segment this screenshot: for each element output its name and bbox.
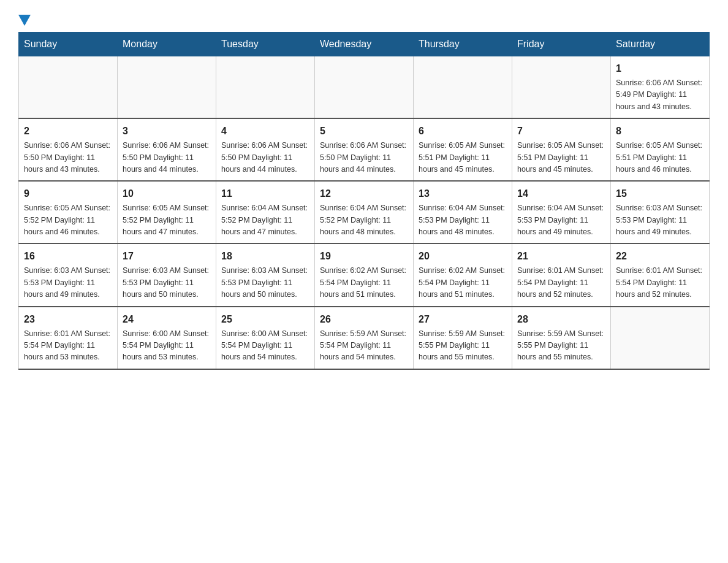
- day-number: 25: [221, 312, 309, 327]
- weekday-header-wednesday: Wednesday: [315, 33, 414, 56]
- calendar-cell: [19, 56, 118, 119]
- calendar-cell: [414, 56, 512, 119]
- day-info: Sunrise: 6:03 AM Sunset: 5:53 PM Dayligh…: [616, 202, 704, 238]
- calendar-cell: 19Sunrise: 6:02 AM Sunset: 5:54 PM Dayli…: [315, 243, 414, 306]
- calendar-week-row: 2Sunrise: 6:06 AM Sunset: 5:50 PM Daylig…: [19, 118, 710, 181]
- day-info: Sunrise: 6:01 AM Sunset: 5:54 PM Dayligh…: [24, 328, 112, 364]
- calendar-week-row: 16Sunrise: 6:03 AM Sunset: 5:53 PM Dayli…: [19, 243, 710, 306]
- day-number: 10: [123, 186, 211, 201]
- calendar-cell: 13Sunrise: 6:04 AM Sunset: 5:53 PM Dayli…: [414, 181, 512, 243]
- calendar-cell: [315, 56, 414, 119]
- calendar-cell: 27Sunrise: 5:59 AM Sunset: 5:55 PM Dayli…: [414, 307, 512, 369]
- calendar-week-row: 9Sunrise: 6:05 AM Sunset: 5:52 PM Daylig…: [19, 181, 710, 243]
- calendar-cell: 3Sunrise: 6:06 AM Sunset: 5:50 PM Daylig…: [118, 118, 216, 181]
- day-info: Sunrise: 6:04 AM Sunset: 5:53 PM Dayligh…: [517, 202, 605, 238]
- day-info: Sunrise: 6:02 AM Sunset: 5:54 PM Dayligh…: [320, 265, 408, 301]
- day-info: Sunrise: 5:59 AM Sunset: 5:55 PM Dayligh…: [419, 328, 507, 364]
- calendar-cell: 11Sunrise: 6:04 AM Sunset: 5:52 PM Dayli…: [216, 181, 315, 243]
- day-info: Sunrise: 6:06 AM Sunset: 5:50 PM Dayligh…: [24, 140, 112, 175]
- day-number: 4: [221, 124, 309, 139]
- day-number: 27: [419, 312, 507, 327]
- calendar-cell: 20Sunrise: 6:02 AM Sunset: 5:54 PM Dayli…: [414, 243, 512, 306]
- logo: [18, 12, 31, 26]
- calendar-cell: 9Sunrise: 6:05 AM Sunset: 5:52 PM Daylig…: [19, 181, 118, 243]
- calendar-cell: 5Sunrise: 6:06 AM Sunset: 5:50 PM Daylig…: [315, 118, 414, 181]
- calendar-cell: [512, 56, 611, 119]
- weekday-header-friday: Friday: [512, 33, 611, 56]
- day-number: 22: [616, 249, 704, 264]
- day-info: Sunrise: 6:03 AM Sunset: 5:53 PM Dayligh…: [123, 265, 211, 301]
- day-info: Sunrise: 6:01 AM Sunset: 5:54 PM Dayligh…: [517, 265, 605, 301]
- weekday-header-thursday: Thursday: [414, 33, 512, 56]
- calendar-cell: 23Sunrise: 6:01 AM Sunset: 5:54 PM Dayli…: [19, 307, 118, 369]
- calendar-cell: 6Sunrise: 6:05 AM Sunset: 5:51 PM Daylig…: [414, 118, 512, 181]
- weekday-header-row: SundayMondayTuesdayWednesdayThursdayFrid…: [19, 33, 710, 56]
- calendar-cell: 28Sunrise: 5:59 AM Sunset: 5:55 PM Dayli…: [512, 307, 611, 369]
- day-number: 2: [24, 124, 112, 139]
- weekday-header-sunday: Sunday: [19, 33, 118, 56]
- calendar-cell: 24Sunrise: 6:00 AM Sunset: 5:54 PM Dayli…: [118, 307, 216, 369]
- calendar-table: SundayMondayTuesdayWednesdayThursdayFrid…: [18, 32, 710, 370]
- day-number: 14: [517, 186, 605, 201]
- calendar-cell: 4Sunrise: 6:06 AM Sunset: 5:50 PM Daylig…: [216, 118, 315, 181]
- calendar-cell: [216, 56, 315, 119]
- day-info: Sunrise: 6:01 AM Sunset: 5:54 PM Dayligh…: [616, 265, 704, 301]
- day-info: Sunrise: 5:59 AM Sunset: 5:55 PM Dayligh…: [517, 328, 605, 364]
- day-number: 20: [419, 249, 507, 264]
- calendar-cell: 7Sunrise: 6:05 AM Sunset: 5:51 PM Daylig…: [512, 118, 611, 181]
- day-number: 19: [320, 249, 408, 264]
- weekday-header-saturday: Saturday: [611, 33, 710, 56]
- calendar-cell: [118, 56, 216, 119]
- day-number: 9: [24, 186, 112, 201]
- weekday-header-monday: Monday: [118, 33, 216, 56]
- day-info: Sunrise: 6:06 AM Sunset: 5:50 PM Dayligh…: [123, 140, 211, 175]
- day-info: Sunrise: 6:05 AM Sunset: 5:52 PM Dayligh…: [24, 202, 112, 238]
- day-info: Sunrise: 6:05 AM Sunset: 5:51 PM Dayligh…: [616, 140, 704, 175]
- day-info: Sunrise: 6:02 AM Sunset: 5:54 PM Dayligh…: [419, 265, 507, 301]
- calendar-cell: 18Sunrise: 6:03 AM Sunset: 5:53 PM Dayli…: [216, 243, 315, 306]
- day-number: 24: [123, 312, 211, 327]
- day-number: 26: [320, 312, 408, 327]
- calendar-cell: 10Sunrise: 6:05 AM Sunset: 5:52 PM Dayli…: [118, 181, 216, 243]
- day-number: 6: [419, 124, 507, 139]
- page-header: [18, 12, 710, 26]
- calendar-cell: 16Sunrise: 6:03 AM Sunset: 5:53 PM Dayli…: [19, 243, 118, 306]
- day-info: Sunrise: 6:05 AM Sunset: 5:51 PM Dayligh…: [419, 140, 507, 175]
- day-number: 5: [320, 124, 408, 139]
- calendar-cell: 25Sunrise: 6:00 AM Sunset: 5:54 PM Dayli…: [216, 307, 315, 369]
- logo-triangle-icon: [18, 15, 31, 26]
- day-info: Sunrise: 6:00 AM Sunset: 5:54 PM Dayligh…: [221, 328, 309, 364]
- calendar-cell: 2Sunrise: 6:06 AM Sunset: 5:50 PM Daylig…: [19, 118, 118, 181]
- day-number: 18: [221, 249, 309, 264]
- calendar-cell: 21Sunrise: 6:01 AM Sunset: 5:54 PM Dayli…: [512, 243, 611, 306]
- day-info: Sunrise: 6:03 AM Sunset: 5:53 PM Dayligh…: [24, 265, 112, 301]
- calendar-cell: [611, 307, 710, 369]
- calendar-cell: 8Sunrise: 6:05 AM Sunset: 5:51 PM Daylig…: [611, 118, 710, 181]
- calendar-cell: 12Sunrise: 6:04 AM Sunset: 5:52 PM Dayli…: [315, 181, 414, 243]
- day-info: Sunrise: 5:59 AM Sunset: 5:54 PM Dayligh…: [320, 328, 408, 364]
- day-info: Sunrise: 6:04 AM Sunset: 5:52 PM Dayligh…: [320, 202, 408, 238]
- day-number: 11: [221, 186, 309, 201]
- day-info: Sunrise: 6:05 AM Sunset: 5:52 PM Dayligh…: [123, 202, 211, 238]
- calendar-cell: 22Sunrise: 6:01 AM Sunset: 5:54 PM Dayli…: [611, 243, 710, 306]
- day-number: 15: [616, 186, 704, 201]
- day-info: Sunrise: 6:06 AM Sunset: 5:50 PM Dayligh…: [221, 140, 309, 175]
- day-number: 28: [517, 312, 605, 327]
- calendar-week-row: 23Sunrise: 6:01 AM Sunset: 5:54 PM Dayli…: [19, 307, 710, 369]
- day-info: Sunrise: 6:05 AM Sunset: 5:51 PM Dayligh…: [517, 140, 605, 175]
- day-number: 21: [517, 249, 605, 264]
- day-info: Sunrise: 6:06 AM Sunset: 5:50 PM Dayligh…: [320, 140, 408, 175]
- day-info: Sunrise: 6:03 AM Sunset: 5:53 PM Dayligh…: [221, 265, 309, 301]
- weekday-header-tuesday: Tuesday: [216, 33, 315, 56]
- day-number: 13: [419, 186, 507, 201]
- calendar-cell: 26Sunrise: 5:59 AM Sunset: 5:54 PM Dayli…: [315, 307, 414, 369]
- calendar-cell: 15Sunrise: 6:03 AM Sunset: 5:53 PM Dayli…: [611, 181, 710, 243]
- day-info: Sunrise: 6:00 AM Sunset: 5:54 PM Dayligh…: [123, 328, 211, 364]
- calendar-week-row: 1Sunrise: 6:06 AM Sunset: 5:49 PM Daylig…: [19, 56, 710, 119]
- day-number: 16: [24, 249, 112, 264]
- calendar-cell: 1Sunrise: 6:06 AM Sunset: 5:49 PM Daylig…: [611, 56, 710, 119]
- calendar-cell: 14Sunrise: 6:04 AM Sunset: 5:53 PM Dayli…: [512, 181, 611, 243]
- day-info: Sunrise: 6:06 AM Sunset: 5:49 PM Dayligh…: [616, 77, 704, 113]
- day-number: 7: [517, 124, 605, 139]
- day-number: 17: [123, 249, 211, 264]
